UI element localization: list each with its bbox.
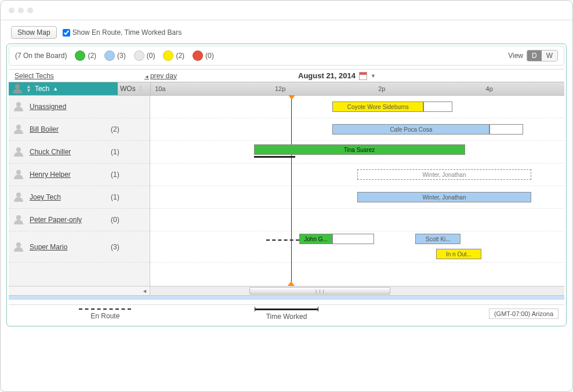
person-icon bbox=[13, 193, 24, 202]
status-dot-blue bbox=[104, 50, 115, 61]
current-date: August 21, 2014 ▼ bbox=[298, 71, 376, 80]
task-block-dashed[interactable]: Winter, Jonathan bbox=[357, 169, 531, 180]
legend-footer: En Route Time Worked (GMT-07:00) Arizona bbox=[9, 304, 564, 324]
task-block[interactable]: Scott Ki... bbox=[415, 234, 461, 244]
task-block[interactable]: In n Out... bbox=[436, 249, 482, 259]
view-segmented: D W bbox=[527, 50, 558, 61]
view-week[interactable]: W bbox=[542, 50, 557, 61]
window-dot bbox=[18, 8, 24, 13]
date-nav-row: Select Techs prev day August 21, 2014 ▼ bbox=[9, 69, 564, 82]
content-area: Show Map Show En Route, Time Worked Bars… bbox=[1, 20, 572, 332]
task-extension[interactable] bbox=[423, 101, 452, 112]
status-blue[interactable]: (3) bbox=[104, 50, 126, 61]
timeline-row: Tina Suarez bbox=[150, 141, 564, 164]
now-marker-bottom bbox=[288, 281, 295, 286]
calendar-icon[interactable] bbox=[359, 72, 367, 80]
timeline-row bbox=[150, 209, 564, 231]
col-header-wos[interactable]: WOs ▲▼ bbox=[118, 82, 150, 95]
grid-header: ▲▼ Tech ▲ WOs ▲▼ 10a 12p 2p 4p bbox=[9, 82, 564, 96]
status-dot-green bbox=[75, 50, 85, 61]
prev-day-link[interactable]: prev day bbox=[144, 72, 177, 80]
time-worked-line-icon bbox=[255, 308, 318, 310]
tech-row[interactable]: Peter Paper-only(0) bbox=[9, 209, 150, 231]
tech-row[interactable]: Henry Helper(1) bbox=[9, 164, 150, 186]
person-icon bbox=[13, 170, 24, 179]
col-header-tech[interactable]: ▲▼ Tech ▲ bbox=[9, 82, 118, 95]
status-grey[interactable]: (0) bbox=[134, 50, 155, 61]
en-route-bar bbox=[266, 239, 299, 241]
show-bars-checkbox[interactable] bbox=[63, 29, 70, 37]
legend-bar: (7 On the Board) (2) (3) (0) (2) (0) Vie… bbox=[9, 46, 564, 66]
timeline-row: John G... Scott Ki... In n Out... bbox=[150, 231, 564, 263]
timeline-row: Winter, Jonathan bbox=[150, 186, 564, 209]
status-yellow[interactable]: (2) bbox=[163, 50, 184, 61]
timeline-row: Coyote Wore Sideburns bbox=[150, 96, 564, 118]
now-marker-top bbox=[288, 95, 295, 100]
chevron-down-icon[interactable]: ▼ bbox=[371, 73, 376, 79]
person-icon bbox=[13, 125, 24, 134]
tech-row[interactable]: Chuck Chiller(1) bbox=[9, 141, 150, 164]
window-dot bbox=[9, 8, 14, 13]
footer-accent-bar bbox=[9, 295, 564, 300]
time-tick: 2p bbox=[378, 85, 385, 92]
window-dot bbox=[27, 8, 33, 13]
view-day[interactable]: D bbox=[527, 50, 542, 61]
time-tick: 10a bbox=[155, 85, 165, 92]
app-window: Show Map Show En Route, Time Worked Bars… bbox=[0, 0, 573, 392]
window-titlebar bbox=[1, 1, 572, 20]
tech-row[interactable]: Joey Tech(1) bbox=[9, 186, 150, 209]
legend-en-route: En Route bbox=[14, 308, 196, 321]
horizontal-scrollbar: ◄ | | | bbox=[9, 286, 564, 295]
sort-icon: ▲▼ bbox=[26, 85, 31, 93]
timeline-header: 10a 12p 2p 4p bbox=[150, 82, 564, 95]
sort-asc-icon: ▲ bbox=[53, 86, 58, 92]
status-red[interactable]: (0) bbox=[193, 50, 214, 61]
person-icon bbox=[13, 215, 24, 224]
view-toggle: View D W bbox=[508, 50, 558, 61]
now-line bbox=[291, 96, 292, 286]
grid-body: Unassigned Bill Boiler(2) Chuck Chiller(… bbox=[9, 96, 564, 286]
legend-time-worked: Time Worked bbox=[196, 308, 378, 321]
task-block[interactable]: Tina Suarez bbox=[254, 144, 465, 155]
person-icon bbox=[13, 147, 24, 157]
show-bars-checkbox-row[interactable]: Show En Route, Time Worked Bars bbox=[63, 28, 182, 37]
top-toolbar: Show Map Show En Route, Time Worked Bars bbox=[6, 24, 567, 43]
status-dot-yellow bbox=[163, 50, 173, 61]
tech-list: Unassigned Bill Boiler(2) Chuck Chiller(… bbox=[9, 96, 150, 286]
status-dot-red bbox=[193, 50, 203, 61]
task-block[interactable]: Cafe Poca Cosa bbox=[332, 124, 489, 135]
en-route-line-icon bbox=[79, 308, 131, 310]
tech-row[interactable]: Super Mario(3) bbox=[9, 231, 150, 263]
time-worked-bar bbox=[254, 156, 295, 158]
person-icon bbox=[13, 242, 24, 252]
timeline-row: Cafe Poca Cosa bbox=[150, 118, 564, 141]
time-tick: 4p bbox=[486, 85, 493, 92]
task-block[interactable]: Coyote Wore Sideburns bbox=[332, 101, 423, 112]
timeline-body[interactable]: Coyote Wore Sideburns Cafe Poca Cosa Tin… bbox=[150, 96, 564, 286]
task-block[interactable]: John G... bbox=[299, 234, 332, 244]
tech-row-unassigned[interactable]: Unassigned bbox=[9, 96, 150, 118]
timeline-row: Winter, Jonathan bbox=[150, 164, 564, 186]
dispatch-panel: (7 On the Board) (2) (3) (0) (2) (0) Vie… bbox=[6, 43, 567, 326]
person-icon bbox=[12, 84, 23, 93]
view-label: View bbox=[508, 52, 523, 60]
task-block[interactable]: Winter, Jonathan bbox=[357, 192, 531, 202]
scroll-left-arrow[interactable]: ◄ bbox=[9, 286, 150, 295]
status-green[interactable]: (2) bbox=[75, 50, 96, 61]
show-bars-label: Show En Route, Time Worked Bars bbox=[72, 28, 182, 37]
person-icon bbox=[13, 102, 24, 111]
select-techs-link[interactable]: Select Techs bbox=[9, 72, 112, 80]
tech-row[interactable]: Bill Boiler(2) bbox=[9, 118, 150, 141]
scroll-track[interactable]: | | | bbox=[150, 286, 564, 295]
status-dot-grey bbox=[134, 50, 144, 61]
sort-icon: ▲▼ bbox=[138, 85, 143, 93]
board-count-label: (7 On the Board) bbox=[15, 52, 67, 60]
timezone-display: (GMT-07:00) Arizona bbox=[377, 308, 559, 321]
show-map-button[interactable]: Show Map bbox=[11, 26, 57, 39]
task-extension[interactable] bbox=[332, 234, 373, 244]
legend-left: (7 On the Board) (2) (3) (0) (2) (0) bbox=[15, 50, 214, 61]
task-extension[interactable] bbox=[489, 124, 523, 135]
time-tick: 12p bbox=[275, 85, 285, 92]
scroll-thumb[interactable]: | | | bbox=[249, 287, 390, 295]
